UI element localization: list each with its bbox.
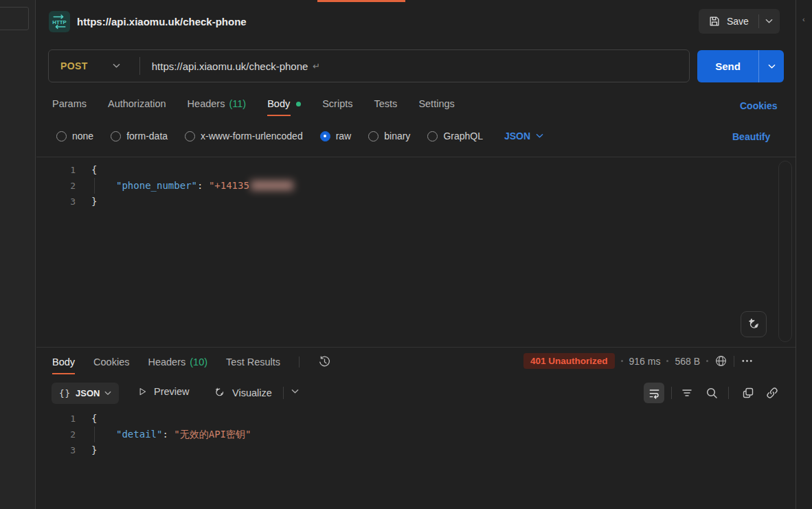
visualize-button[interactable]: Visualize	[213, 386, 272, 399]
raw-format-value: JSON	[504, 131, 530, 142]
raw-format-dropdown[interactable]: JSON	[504, 131, 543, 142]
headers-count-badge: (11)	[229, 98, 246, 109]
radio-raw[interactable]: raw	[320, 131, 352, 142]
tab-headers[interactable]: Headers(11)	[188, 98, 247, 109]
copy-icon[interactable]	[741, 386, 755, 400]
code-line: "detail": "无效的API密钥"	[116, 427, 251, 442]
url-bar: POST https://api.xiaomu.uk/check-phone ↵	[48, 49, 690, 82]
active-tab-indicator	[317, 0, 405, 2]
line-number: 3	[36, 194, 76, 210]
radio-graphql[interactable]: GraphQL	[427, 131, 483, 142]
http-badge-label: HTTP	[52, 19, 66, 25]
line-number: 2	[36, 178, 76, 194]
cookies-link[interactable]: Cookies	[740, 100, 777, 111]
code-line: }	[91, 194, 97, 210]
network-globe-icon[interactable]	[714, 354, 728, 367]
beautify-link[interactable]: Beautify	[732, 131, 770, 142]
right-rail: ‹	[796, 0, 812, 509]
url-input[interactable]: https://api.xiaomu.uk/check-phone	[152, 60, 308, 72]
code-line: }	[91, 442, 97, 458]
request-title: https://api.xiaomu.uk/check-phone	[77, 16, 247, 27]
response-status-bar: 401 Unauthorized 916 ms 568 B	[523, 353, 754, 369]
tab-authorization[interactable]: Authorization	[108, 98, 166, 109]
send-button-label: Send	[697, 60, 758, 72]
divider	[283, 387, 284, 399]
word-wrap-toggle[interactable]	[644, 383, 664, 403]
json-key: "detail"	[116, 429, 162, 440]
link-icon[interactable]	[765, 386, 779, 400]
radio-form-data[interactable]: form-data	[111, 131, 168, 142]
radio-icon	[185, 131, 195, 142]
line-number: 2	[36, 427, 76, 442]
response-size: 568 B	[675, 356, 700, 367]
preview-button[interactable]: Preview	[137, 386, 190, 397]
tab-settings[interactable]: Settings	[418, 98, 454, 109]
braces-icon: {}	[59, 388, 71, 398]
response-tab-body[interactable]: Body	[52, 357, 75, 367]
radio-selected-icon	[320, 131, 330, 142]
left-rail	[0, 0, 36, 509]
chevron-down-icon[interactable]	[291, 389, 299, 394]
divider	[671, 387, 672, 399]
save-icon	[708, 15, 721, 27]
save-button[interactable]: Save	[699, 9, 780, 34]
editor-scrollbar[interactable]	[778, 161, 792, 342]
response-tab-test-results[interactable]: Test Results	[226, 357, 280, 367]
line-number: 3	[36, 442, 76, 458]
response-tabs: Body Cookies Headers(10) Test Results	[52, 355, 331, 368]
line-number: 1	[36, 162, 76, 178]
chevron-down-icon[interactable]	[113, 63, 120, 69]
dot-separator	[666, 360, 668, 362]
code-line: {	[91, 411, 97, 427]
play-icon	[137, 387, 148, 397]
send-options-button[interactable]	[759, 64, 784, 69]
collapse-panel-icon[interactable]: ‹	[802, 15, 805, 23]
http-request-icon: HTTP	[49, 11, 70, 32]
app-window: ‹ HTTP https://api.xiaomu.uk/check-phone…	[0, 0, 812, 509]
radio-binary[interactable]: binary	[368, 131, 410, 142]
send-button[interactable]: Send	[697, 50, 784, 82]
radio-none[interactable]: none	[56, 131, 93, 142]
enter-hint-icon: ↵	[313, 61, 320, 71]
response-time: 916 ms	[629, 356, 661, 367]
divider	[734, 356, 734, 367]
collapsed-sidebar-tab[interactable]	[0, 7, 29, 30]
radio-x-www-form-urlencoded[interactable]: x-www-form-urlencoded	[185, 131, 303, 142]
line-number: 1	[36, 411, 76, 427]
radio-icon	[368, 131, 379, 142]
save-options-button[interactable]	[759, 19, 780, 24]
chevron-down-icon	[104, 391, 111, 396]
dot-separator	[621, 360, 623, 362]
status-badge[interactable]: 401 Unauthorized	[523, 353, 615, 369]
more-options-icon[interactable]	[741, 354, 754, 367]
divider	[728, 387, 729, 399]
body-modified-dot	[296, 102, 301, 106]
response-history-icon[interactable]	[318, 355, 331, 368]
response-divider	[36, 347, 796, 348]
response-format-dropdown[interactable]: {} JSON	[52, 383, 119, 404]
indent-guide	[94, 178, 95, 194]
filter-icon[interactable]	[680, 386, 694, 400]
divider	[299, 357, 300, 367]
tab-tests[interactable]: Tests	[374, 98, 398, 109]
method-selector[interactable]: POST	[49, 60, 88, 71]
postbot-ai-button[interactable]	[741, 311, 767, 337]
word-wrap-icon	[648, 387, 661, 400]
response-tab-cookies[interactable]: Cookies	[93, 357, 129, 367]
sparkle-ai-icon	[213, 386, 226, 399]
tab-scripts[interactable]: Scripts	[322, 98, 352, 109]
response-tab-headers[interactable]: Headers(10)	[148, 357, 207, 367]
dot-separator	[706, 360, 708, 362]
response-format-value: JSON	[76, 388, 100, 398]
tab-body[interactable]: Body	[267, 98, 301, 109]
redacted-phone-blur	[251, 181, 293, 190]
chevron-down-icon	[765, 19, 773, 24]
sparkle-ai-icon	[747, 317, 761, 332]
tab-params[interactable]: Params	[52, 98, 87, 109]
response-headers-count-badge: (10)	[190, 357, 207, 367]
divider	[139, 57, 140, 75]
code-line: {	[91, 162, 97, 178]
search-icon[interactable]	[705, 386, 719, 400]
radio-icon	[56, 131, 67, 142]
request-tabs: Params Authorization Headers(11) Body Sc…	[52, 98, 455, 109]
